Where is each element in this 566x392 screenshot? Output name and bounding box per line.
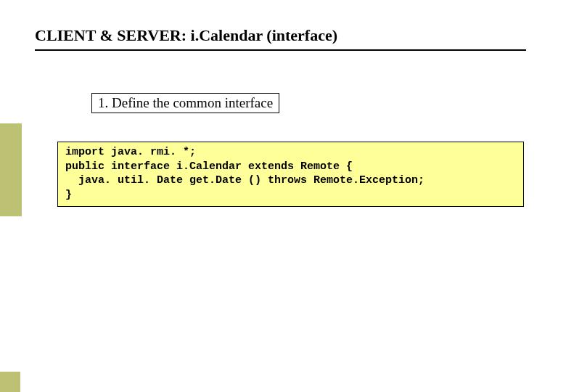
decorative-sidebar	[0, 123, 22, 216]
step-label: 1. Define the common interface	[98, 95, 273, 110]
title-container: CLIENT & SERVER: i.Calendar (interface)	[35, 26, 526, 51]
title-underline	[35, 49, 526, 51]
page-title: CLIENT & SERVER: i.Calendar (interface)	[35, 26, 526, 45]
step-box: 1. Define the common interface	[91, 93, 279, 113]
code-line-1: import java. rmi. *;	[65, 145, 516, 160]
code-line-3: java. util. Date get.Date () throws Remo…	[65, 173, 516, 188]
code-line-4: }	[65, 188, 516, 203]
code-box: import java. rmi. *; public interface i.…	[57, 142, 524, 207]
decorative-corner	[0, 372, 20, 392]
code-line-2: public interface i.Calendar extends Remo…	[65, 160, 516, 174]
